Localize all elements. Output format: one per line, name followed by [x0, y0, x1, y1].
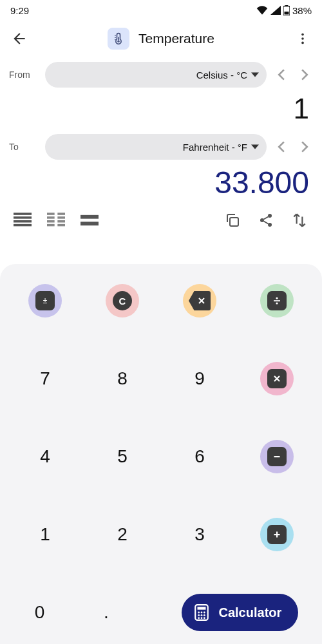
from-next-button[interactable] [296, 66, 313, 83]
swap-button[interactable] [290, 211, 309, 230]
svg-rect-13 [14, 220, 32, 223]
svg-line-29 [264, 217, 269, 220]
svg-point-26 [268, 214, 272, 218]
calculator-label: Calculator [219, 605, 282, 620]
calculator-button[interactable]: Calculator [182, 594, 299, 631]
to-next-button[interactable] [296, 138, 313, 155]
share-button[interactable] [256, 211, 276, 230]
svg-rect-23 [80, 215, 99, 219]
battery-percent: 38% [292, 5, 312, 16]
svg-point-34 [276, 302, 278, 304]
calculator-icon [193, 604, 210, 621]
status-icons: 38% [256, 5, 312, 16]
key-5[interactable]: 5 [100, 434, 145, 479]
battery-icon [283, 5, 290, 15]
svg-point-46 [198, 617, 200, 619]
svg-point-41 [200, 612, 202, 614]
key-7[interactable]: 7 [23, 356, 68, 401]
key-dot[interactable]: . [84, 590, 129, 635]
svg-rect-25 [230, 218, 238, 226]
svg-rect-14 [14, 224, 32, 227]
key-2[interactable]: 2 [100, 512, 145, 557]
signal-icon [270, 6, 281, 15]
svg-point-45 [203, 614, 205, 616]
dropdown-icon [251, 143, 259, 151]
svg-point-27 [260, 218, 264, 222]
svg-text:±: ± [43, 296, 48, 305]
copy-button[interactable] [223, 211, 242, 230]
layout-compact-icon[interactable] [80, 211, 99, 230]
key-9[interactable]: 9 [177, 356, 222, 401]
backspace-button[interactable] [177, 278, 222, 323]
key-1[interactable]: 1 [23, 512, 68, 557]
app-bar: Temperature [0, 21, 322, 57]
svg-point-10 [301, 42, 304, 44]
svg-point-42 [203, 612, 205, 614]
to-prev-button[interactable] [273, 138, 290, 155]
to-unit-select[interactable]: Fahrenheit - °F [45, 134, 267, 160]
svg-rect-2 [284, 12, 289, 15]
svg-point-32 [276, 297, 278, 299]
svg-rect-15 [47, 213, 55, 215]
layout-list-icon[interactable] [13, 211, 32, 230]
svg-rect-22 [57, 224, 65, 227]
to-row: To Fahrenheit - °F [0, 129, 322, 165]
svg-point-3 [117, 41, 119, 43]
from-row: From Celsius - °C [0, 57, 322, 93]
from-value: 1 [0, 93, 322, 129]
title-wrap: Temperature [44, 28, 278, 50]
overflow-menu-button[interactable] [291, 27, 314, 50]
from-unit-text: Celsius - °C [196, 70, 247, 80]
status-bar: 9:29 38% [0, 0, 322, 21]
chevron-left-icon [278, 141, 285, 153]
svg-point-47 [200, 617, 202, 619]
svg-rect-1 [285, 5, 288, 6]
svg-rect-17 [47, 216, 55, 219]
key-6[interactable]: 6 [177, 434, 222, 479]
to-label: To [9, 142, 39, 152]
key-3[interactable]: 3 [177, 512, 222, 557]
svg-line-30 [264, 222, 269, 224]
more-vert-icon [296, 32, 310, 46]
key-0[interactable]: 0 [17, 590, 62, 635]
plus-minus-button[interactable]: ± [23, 278, 68, 323]
svg-point-48 [203, 617, 205, 619]
svg-point-28 [268, 223, 272, 227]
from-prev-button[interactable] [273, 66, 290, 83]
divide-button[interactable] [254, 278, 299, 323]
keypad: ± C 7 8 9 4 5 6 1 2 3 0 . Calculator [0, 264, 322, 644]
svg-point-43 [198, 614, 200, 616]
svg-rect-24 [80, 222, 99, 225]
svg-rect-37 [274, 534, 280, 535]
svg-rect-35 [274, 456, 280, 457]
svg-rect-11 [14, 213, 32, 215]
svg-point-44 [200, 614, 202, 616]
add-button[interactable] [254, 512, 299, 557]
svg-rect-19 [47, 220, 55, 223]
chevron-right-icon [301, 69, 308, 80]
swap-vert-icon [292, 213, 307, 228]
svg-point-9 [301, 37, 304, 40]
from-unit-select[interactable]: Celsius - °C [45, 62, 267, 88]
svg-rect-39 [197, 607, 205, 609]
back-button[interactable] [8, 27, 31, 50]
wifi-icon [256, 6, 268, 15]
chevron-left-icon [278, 69, 285, 80]
layout-columns-icon[interactable] [46, 211, 66, 230]
svg-rect-20 [57, 220, 65, 223]
multiply-button[interactable] [254, 356, 299, 401]
svg-point-8 [301, 33, 304, 36]
arrow-left-icon [11, 30, 28, 47]
chevron-right-icon [301, 141, 308, 153]
svg-rect-18 [57, 216, 65, 219]
key-8[interactable]: 8 [100, 356, 145, 401]
clear-button[interactable]: C [100, 278, 145, 323]
share-icon [258, 213, 274, 228]
status-time: 9:29 [10, 5, 29, 16]
subtract-button[interactable] [254, 434, 299, 479]
to-unit-text: Fahrenheit - °F [183, 142, 247, 153]
key-4[interactable]: 4 [23, 434, 68, 479]
tool-row [0, 207, 322, 239]
thermometer-icon [108, 28, 129, 50]
dropdown-icon [251, 71, 259, 79]
